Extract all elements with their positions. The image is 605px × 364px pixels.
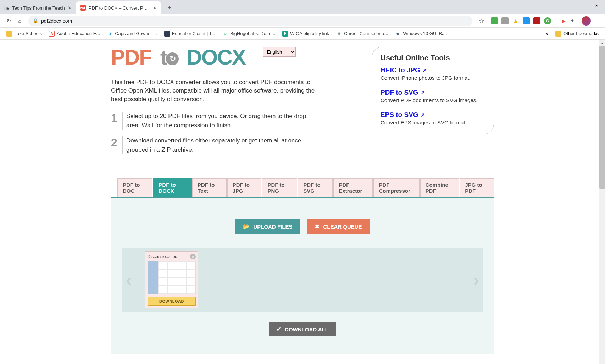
reload-button[interactable]: ↻: [3, 15, 14, 27]
file-card: Discussio...c.pdf ✕ DOWNLOAD: [145, 251, 198, 308]
clear-label: CLEAR QUEUE: [323, 224, 362, 230]
bookmark-item[interactable]: ◈Windows 10 GUI Ba...: [392, 31, 452, 37]
bookmark-label: Adobe Education E...: [57, 31, 100, 36]
file-name: Discussio...c.pdf: [148, 254, 189, 259]
page-description: This free PDF to DOCX converter allows y…: [111, 78, 327, 103]
extensions-icon[interactable]: ✦: [570, 17, 575, 24]
tab-pdf-to-jpg[interactable]: PDF to JPG: [227, 178, 262, 197]
download-all-button[interactable]: ✔ DOWNLOAD ALL: [269, 322, 336, 336]
bookmark-label: Lake Schools: [14, 31, 42, 36]
tab-pdf-to-docx[interactable]: PDF to DOCX: [153, 178, 192, 197]
pdf-favicon: PDF: [80, 5, 86, 11]
upload-label: UPLOAD FILES: [253, 224, 292, 230]
tab-pdf-to-text[interactable]: PDF to Text: [192, 178, 227, 197]
ext-icon[interactable]: ▶: [562, 18, 566, 24]
tab-pdf-to-doc[interactable]: PDF to DOC: [117, 178, 152, 197]
browser-tab[interactable]: her Tech Tips From the Teach ✕: [0, 1, 76, 14]
tool-desc: Convert PDF documents to SVG images.: [381, 97, 485, 103]
logo-pdf: PDF: [111, 45, 151, 69]
new-tab-button[interactable]: +: [164, 2, 175, 13]
page-content: PDF t DOCX English This free PDF to DOCX…: [54, 40, 551, 364]
carousel-prev[interactable]: ‹: [126, 270, 132, 290]
remove-file-button[interactable]: ✕: [190, 254, 196, 259]
scroll-up-arrow[interactable]: ▲: [599, 40, 605, 46]
logo-docx: DOCX: [187, 45, 245, 69]
bookmark-overflow[interactable]: »: [542, 31, 552, 36]
star-icon[interactable]: ☆: [479, 17, 484, 25]
bookmark-item[interactable]: Lake Schools: [3, 31, 45, 37]
tab-title: PDF to DOCX – Convert PDF to D: [89, 5, 150, 11]
address-bar[interactable]: 🔒 pdf2docx.com: [28, 16, 472, 26]
external-link-icon: ↗: [421, 112, 425, 118]
bookmark-item[interactable]: FWIOA eligibility link: [279, 31, 333, 37]
step-text: Download converted files either separate…: [122, 136, 321, 154]
bookmark-item[interactable]: ☺BigHugeLabs: Do fu...: [219, 31, 279, 37]
step-text: Select up to 20 PDF files from you devic…: [122, 112, 321, 130]
ext-icon[interactable]: [501, 17, 509, 24]
browser-tab-active[interactable]: PDF PDF to DOCX – Convert PDF to D ✕: [76, 1, 161, 14]
vertical-scrollbar[interactable]: ▲: [599, 40, 605, 364]
minimize-button[interactable]: —: [556, 0, 572, 11]
grammarly-icon[interactable]: G: [544, 17, 551, 24]
tab-pdf-to-svg[interactable]: PDF to SVG: [298, 178, 333, 197]
tab-pdf-compressor[interactable]: PDF Compressor: [373, 178, 419, 197]
download-file-button[interactable]: DOWNLOAD: [148, 297, 196, 306]
other-bookmarks-label: Other bookmarks: [563, 31, 599, 36]
extension-icons: ▲ G: [491, 17, 551, 24]
bookmarks-bar: Lake Schools AAdobe Education E... ◑Caps…: [0, 28, 605, 40]
bookmark-label: WIOA eligibility link: [290, 31, 329, 36]
tab-pdf-to-png[interactable]: PDF to PNG: [262, 178, 297, 197]
bookmark-label: Caps and Gowns -...: [115, 31, 157, 36]
file-thumbnail: [148, 261, 196, 294]
bookmark-item[interactable]: AAdobe Education E...: [45, 31, 104, 37]
home-button[interactable]: ⌂: [14, 15, 26, 27]
lock-icon: 🔒: [33, 18, 38, 23]
bookmark-item[interactable]: EducationCloset | T...: [161, 31, 219, 37]
close-window-button[interactable]: ✕: [589, 0, 605, 11]
folder-open-icon: 📂: [243, 223, 250, 230]
step-number: 1: [111, 112, 122, 130]
ext-icon[interactable]: [533, 17, 540, 24]
logo-to: t: [160, 45, 178, 69]
tools-title: Useful Online Tools: [381, 54, 485, 62]
tool-link-epssvg[interactable]: EPS to SVG↗: [381, 111, 425, 119]
check-icon: ✔: [277, 326, 281, 332]
maximize-button[interactable]: ☐: [572, 0, 589, 11]
close-icon[interactable]: ✕: [68, 5, 72, 11]
external-link-icon: ↗: [421, 90, 425, 95]
carousel-next[interactable]: ›: [473, 270, 479, 290]
conversion-tabs: PDF to DOC PDF to DOCX PDF to Text PDF t…: [111, 178, 494, 198]
profile-avatar[interactable]: [582, 16, 591, 26]
upload-files-button[interactable]: 📂 UPLOAD FILES: [235, 219, 300, 234]
bookmark-item[interactable]: ◉Career Counselor a...: [333, 31, 392, 37]
arrow-icon: [166, 52, 179, 65]
bookmark-item[interactable]: ◑Caps and Gowns -...: [104, 31, 161, 37]
other-bookmarks[interactable]: Other bookmarks: [552, 31, 602, 37]
bookmark-label: Windows 10 GUI Ba...: [403, 31, 448, 36]
step-item: 2 Download converted files either separa…: [111, 136, 350, 154]
tool-desc: Convert EPS images to SVG format.: [381, 119, 485, 125]
bookmark-label: EducationCloset | T...: [172, 31, 215, 36]
bookmark-label: BigHugeLabs: Do fu...: [230, 31, 275, 36]
x-icon: ✖: [315, 223, 320, 230]
clear-queue-button[interactable]: ✖ CLEAR QUEUE: [307, 219, 370, 234]
tool-link-heic[interactable]: HEIC to JPG↗: [381, 66, 427, 74]
tab-pdf-extractor[interactable]: PDF Extractor: [333, 178, 373, 197]
tool-link-pdfsvg[interactable]: PDF to SVG↗: [381, 89, 425, 96]
url-text: pdf2docx.com: [41, 18, 72, 24]
ext-icon[interactable]: [523, 17, 530, 24]
scroll-thumb[interactable]: [599, 46, 605, 189]
chrome-menu-button[interactable]: ⋮: [594, 17, 602, 24]
window-controls: — ☐ ✕: [556, 0, 605, 11]
tab-jpg-to-pdf[interactable]: JPG to PDF: [460, 178, 494, 197]
tab-combine-pdf[interactable]: Combine PDF: [420, 178, 459, 197]
external-link-icon: ↗: [422, 67, 427, 73]
drive-icon[interactable]: ▲: [512, 17, 519, 24]
tab-title: her Tech Tips From the Teach: [4, 5, 65, 11]
ext-icon[interactable]: [491, 17, 498, 24]
language-select[interactable]: English: [263, 47, 296, 57]
files-carousel: ‹ Discussio...c.pdf ✕ DOWNLOAD: [122, 248, 483, 312]
download-all-label: DOWNLOAD ALL: [285, 326, 328, 332]
site-logo: PDF t DOCX: [111, 47, 245, 68]
close-icon[interactable]: ✕: [153, 5, 157, 11]
